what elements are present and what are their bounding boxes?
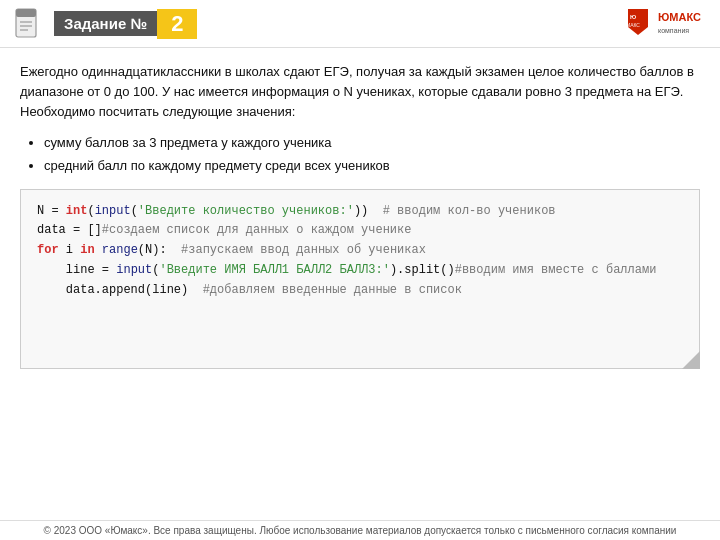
task-description: Ежегодно одиннадцатиклассники в школах с… (20, 62, 700, 122)
code-block-wrapper: N = int(input('Введите количество ученик… (20, 189, 700, 369)
svg-text:компания: компания (658, 27, 689, 34)
bullet-item-2: средний балл по каждому предмету среди в… (44, 155, 700, 177)
footer-text: © 2023 ООО «Юмакс». Все права защищены. … (44, 525, 677, 536)
svg-text:Ю: Ю (630, 14, 636, 20)
svg-rect-1 (16, 9, 36, 17)
code-corner-decoration (682, 351, 700, 369)
page-header: Задание № 2 Ю МАКС ЮМАКС компания (0, 0, 720, 48)
main-content: Ежегодно одиннадцатиклассники в школах с… (0, 48, 720, 379)
zadanie-label: Задание № (54, 11, 157, 36)
bullet-item-1: сумму баллов за 3 предмета у каждого уче… (44, 132, 700, 154)
page-footer: © 2023 ООО «Юмакс». Все права защищены. … (0, 520, 720, 540)
document-icon (12, 8, 44, 40)
code-block: N = int(input('Введите количество ученик… (20, 189, 700, 369)
svg-text:ЮМАКС: ЮМАКС (658, 11, 701, 23)
task-title-block: Задание № 2 (54, 9, 197, 39)
bullet-list: сумму баллов за 3 предмета у каждого уче… (44, 132, 700, 176)
zadanie-number: 2 (157, 9, 197, 39)
logo: Ю МАКС ЮМАКС компания (618, 5, 708, 43)
svg-text:МАКС: МАКС (626, 22, 640, 28)
